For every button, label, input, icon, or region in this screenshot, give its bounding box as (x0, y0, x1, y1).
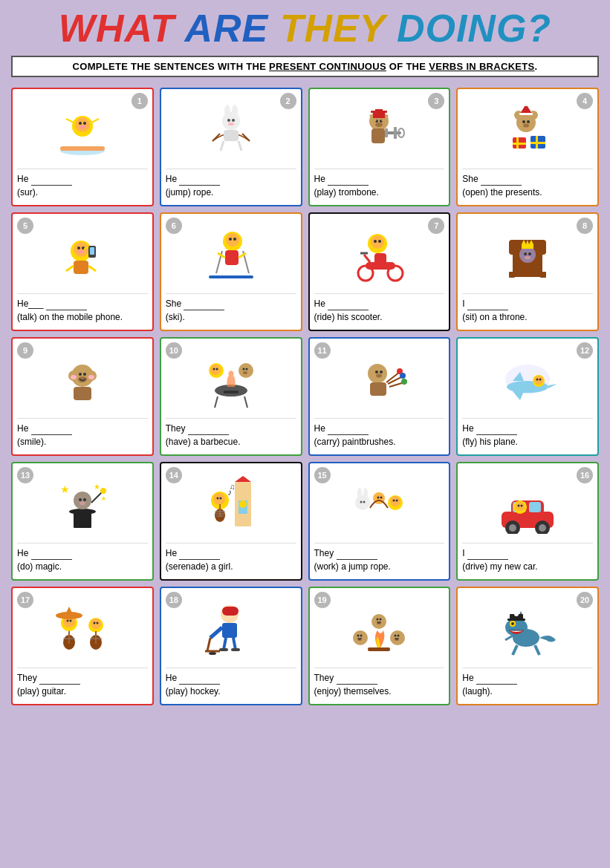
svg-point-53 (78, 249, 84, 253)
svg-point-144 (83, 498, 86, 501)
svg-line-210 (210, 627, 222, 638)
answer-blank-12[interactable] (476, 425, 517, 435)
svg-point-157 (219, 497, 221, 499)
svg-rect-218 (368, 647, 390, 651)
svg-point-191 (66, 619, 68, 621)
svg-rect-103 (74, 387, 91, 400)
svg-point-61 (226, 233, 239, 247)
svg-point-102 (88, 375, 94, 379)
svg-point-72 (371, 235, 384, 249)
svg-line-7 (66, 119, 74, 123)
svg-rect-55 (90, 247, 94, 255)
card-illustration-5 (17, 218, 148, 290)
answer-blank-15[interactable] (337, 549, 377, 560)
svg-point-192 (69, 619, 71, 621)
svg-point-221 (357, 634, 360, 636)
svg-point-3 (75, 117, 90, 132)
svg-rect-180 (529, 502, 541, 512)
svg-line-18 (221, 141, 224, 151)
answer-blank-7[interactable] (328, 300, 369, 310)
card-number-10: 10 (166, 342, 182, 359)
card-illustration-16 (462, 468, 593, 540)
card-verb-20: (laugh). (462, 686, 493, 696)
svg-point-153 (239, 500, 247, 508)
svg-point-141 (69, 509, 96, 515)
card-illustration-7 (314, 218, 445, 290)
card-text-13: He (do) magic. (17, 543, 148, 573)
card-text-11: He (carry) paintbrushes. (314, 418, 445, 448)
card-number-15: 15 (314, 467, 331, 483)
svg-line-242 (535, 645, 539, 655)
svg-point-73 (374, 240, 377, 243)
svg-point-120 (376, 373, 382, 377)
card-illustration-11 (314, 343, 445, 415)
svg-point-169 (363, 500, 366, 503)
title-what: WHAT (59, 7, 185, 50)
svg-text:★: ★ (94, 483, 100, 491)
svg-rect-17 (224, 130, 239, 141)
card-text-14: He (serenade) a girl. (166, 543, 296, 573)
answer-blank-3[interactable] (328, 175, 369, 186)
card-verb-10: (have) a barbecue. (166, 437, 241, 447)
svg-line-106 (215, 397, 218, 408)
answer-blank-16[interactable] (467, 549, 508, 560)
svg-point-13 (232, 119, 235, 122)
answer-blank-8[interactable] (467, 300, 508, 310)
exercise-card-20: 20 He (laugh). (456, 587, 599, 705)
svg-rect-216 (219, 648, 228, 651)
exercise-card-11: 11 He (carry) paintbrushes. (308, 337, 451, 456)
svg-rect-84 (540, 272, 546, 278)
exercise-card-16: 16 I (drive) my new car. (456, 462, 599, 581)
card-verb-19: (enjoy) themselves. (314, 686, 392, 696)
svg-point-156 (216, 497, 218, 499)
card-number-11: 11 (314, 342, 331, 359)
svg-line-8 (91, 119, 99, 123)
svg-point-4 (79, 122, 82, 125)
answer-blank-20[interactable] (476, 674, 517, 685)
answer-blank-13[interactable] (31, 549, 72, 560)
svg-point-11 (232, 105, 238, 118)
answer-blank-6[interactable] (184, 300, 224, 310)
card-illustration-14: ♪ ♫ (166, 468, 296, 540)
exercise-card-2: 2 He (jump) rope. (160, 88, 302, 206)
exercise-card-1: 1 He (sur). (11, 88, 154, 206)
answer-blank-9[interactable] (31, 425, 72, 435)
title-they: THEY (280, 7, 397, 50)
svg-point-168 (360, 500, 363, 503)
svg-rect-27 (394, 127, 397, 139)
svg-point-111 (215, 368, 218, 370)
svg-point-134 (534, 376, 543, 385)
svg-point-173 (396, 499, 398, 501)
answer-blank-14[interactable] (179, 549, 220, 560)
svg-point-101 (71, 375, 77, 379)
answer-blank-5[interactable] (46, 300, 87, 310)
exercise-card-10: 10 They (have) a barbecue. (160, 337, 302, 456)
svg-marker-152 (235, 476, 251, 482)
instruction-underline2: VERBS IN BRACKETS (429, 61, 534, 72)
answer-blank-10[interactable] (188, 425, 229, 435)
answer-blank-19[interactable] (337, 674, 377, 685)
svg-point-116 (243, 371, 247, 374)
svg-point-109 (210, 365, 221, 375)
card-text-19: They (enjoy) themselves. (314, 668, 445, 698)
svg-point-119 (380, 371, 383, 373)
card-text-1: He (sur). (17, 169, 148, 199)
card-text-6: She (ski). (166, 293, 296, 324)
svg-line-79 (364, 255, 370, 262)
answer-blank-4[interactable] (481, 175, 522, 186)
svg-marker-194 (65, 607, 74, 616)
answer-blank-17[interactable] (39, 674, 80, 685)
svg-text:★: ★ (60, 483, 70, 495)
answer-blank-18[interactable] (179, 674, 220, 685)
exercise-card-4: 4 She (open) the presents. (456, 88, 599, 206)
answer-blank-11[interactable] (328, 425, 369, 435)
card-illustration-20 (462, 593, 593, 665)
svg-point-35 (522, 120, 525, 123)
answer-blank-2[interactable] (179, 175, 220, 186)
exercise-card-5: 5 He___ (talk) on the mobile phone. (11, 212, 154, 331)
svg-point-186 (516, 502, 525, 511)
card-text-15: They (work) a jump rope. (314, 543, 445, 573)
svg-point-37 (523, 123, 529, 127)
card-verb-3: (play) trombone. (314, 187, 379, 198)
answer-blank-1[interactable] (31, 175, 72, 186)
